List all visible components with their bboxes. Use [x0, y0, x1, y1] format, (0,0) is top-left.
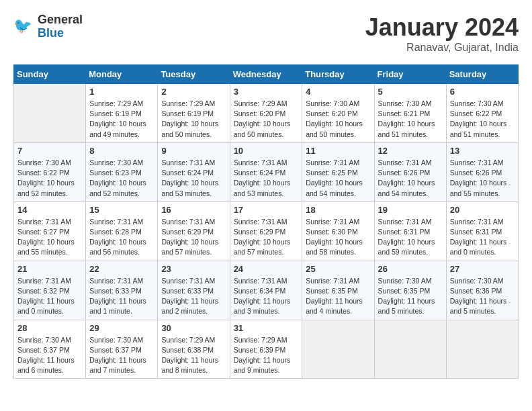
day-number: 1: [89, 87, 154, 97]
day-number: 31: [234, 323, 299, 333]
day-number: 24: [234, 264, 299, 274]
day-info: Sunrise: 7:31 AM Sunset: 6:33 PM Dayligh…: [161, 276, 226, 317]
column-header-thursday: Thursday: [302, 65, 374, 84]
logo-text: General Blue: [38, 13, 83, 40]
column-header-sunday: Sunday: [14, 65, 86, 84]
day-info: Sunrise: 7:31 AM Sunset: 6:29 PM Dayligh…: [234, 217, 299, 258]
day-info: Sunrise: 7:29 AM Sunset: 6:38 PM Dayligh…: [161, 335, 226, 376]
day-info: Sunrise: 7:29 AM Sunset: 6:39 PM Dayligh…: [234, 335, 299, 376]
calendar-cell: 18Sunrise: 7:31 AM Sunset: 6:30 PM Dayli…: [302, 201, 374, 261]
calendar-cell: 1Sunrise: 7:29 AM Sunset: 6:19 PM Daylig…: [86, 84, 158, 143]
calendar-cell: 10Sunrise: 7:31 AM Sunset: 6:24 PM Dayli…: [230, 142, 302, 201]
calendar-cell: 6Sunrise: 7:30 AM Sunset: 6:22 PM Daylig…: [446, 84, 518, 143]
calendar-cell: 25Sunrise: 7:31 AM Sunset: 6:35 PM Dayli…: [302, 261, 374, 320]
calendar-cell: 20Sunrise: 7:31 AM Sunset: 6:31 PM Dayli…: [446, 201, 518, 261]
calendar-cell: 29Sunrise: 7:30 AM Sunset: 6:37 PM Dayli…: [86, 320, 158, 379]
calendar-cell: 28Sunrise: 7:30 AM Sunset: 6:37 PM Dayli…: [14, 320, 86, 379]
day-info: Sunrise: 7:31 AM Sunset: 6:32 PM Dayligh…: [17, 276, 82, 317]
calendar-cell: 11Sunrise: 7:31 AM Sunset: 6:25 PM Dayli…: [302, 142, 374, 201]
day-info: Sunrise: 7:30 AM Sunset: 6:37 PM Dayligh…: [17, 335, 82, 376]
calendar-cell: 2Sunrise: 7:29 AM Sunset: 6:19 PM Daylig…: [158, 84, 230, 143]
day-info: Sunrise: 7:30 AM Sunset: 6:23 PM Dayligh…: [89, 158, 154, 199]
week-row-3: 14Sunrise: 7:31 AM Sunset: 6:27 PM Dayli…: [14, 201, 519, 261]
day-info: Sunrise: 7:30 AM Sunset: 6:35 PM Dayligh…: [378, 276, 443, 317]
calendar-cell: [14, 84, 86, 143]
day-number: 16: [161, 205, 226, 215]
day-info: Sunrise: 7:31 AM Sunset: 6:24 PM Dayligh…: [234, 158, 299, 199]
day-info: Sunrise: 7:31 AM Sunset: 6:25 PM Dayligh…: [306, 158, 370, 199]
calendar-cell: 3Sunrise: 7:29 AM Sunset: 6:20 PM Daylig…: [230, 84, 302, 143]
day-info: Sunrise: 7:30 AM Sunset: 6:22 PM Dayligh…: [17, 158, 82, 199]
column-header-friday: Friday: [374, 65, 446, 84]
calendar-cell: 13Sunrise: 7:31 AM Sunset: 6:26 PM Dayli…: [446, 142, 518, 201]
day-info: Sunrise: 7:31 AM Sunset: 6:26 PM Dayligh…: [450, 158, 515, 199]
day-number: 29: [89, 323, 154, 333]
day-info: Sunrise: 7:30 AM Sunset: 6:22 PM Dayligh…: [450, 99, 515, 140]
day-number: 19: [378, 205, 443, 215]
calendar-cell: 9Sunrise: 7:31 AM Sunset: 6:24 PM Daylig…: [158, 142, 230, 201]
day-number: 17: [234, 205, 299, 215]
day-number: 4: [306, 87, 370, 97]
calendar-cell: 15Sunrise: 7:31 AM Sunset: 6:28 PM Dayli…: [86, 201, 158, 261]
week-row-4: 21Sunrise: 7:31 AM Sunset: 6:32 PM Dayli…: [14, 261, 519, 320]
calendar-cell: 21Sunrise: 7:31 AM Sunset: 6:32 PM Dayli…: [14, 261, 86, 320]
day-info: Sunrise: 7:29 AM Sunset: 6:19 PM Dayligh…: [89, 99, 154, 140]
calendar-cell: 27Sunrise: 7:30 AM Sunset: 6:36 PM Dayli…: [446, 261, 518, 320]
calendar-cell: 17Sunrise: 7:31 AM Sunset: 6:29 PM Dayli…: [230, 201, 302, 261]
svg-text:🐦: 🐦: [13, 17, 32, 35]
day-info: Sunrise: 7:29 AM Sunset: 6:19 PM Dayligh…: [161, 99, 226, 140]
column-header-monday: Monday: [86, 65, 158, 84]
day-number: 2: [161, 87, 226, 97]
calendar-cell: 4Sunrise: 7:30 AM Sunset: 6:20 PM Daylig…: [302, 84, 374, 143]
calendar-cell: [302, 320, 374, 379]
day-number: 15: [89, 205, 154, 215]
day-number: 25: [306, 264, 370, 274]
day-number: 23: [161, 264, 226, 274]
page-header: 🐦 General Blue January 2024 Ranavav, Guj…: [13, 13, 519, 54]
day-number: 5: [378, 87, 443, 97]
day-info: Sunrise: 7:31 AM Sunset: 6:29 PM Dayligh…: [161, 217, 226, 258]
week-row-5: 28Sunrise: 7:30 AM Sunset: 6:37 PM Dayli…: [14, 320, 519, 379]
day-info: Sunrise: 7:31 AM Sunset: 6:26 PM Dayligh…: [378, 158, 443, 199]
title-block: January 2024 Ranavav, Gujarat, India: [365, 13, 519, 54]
week-row-1: 1Sunrise: 7:29 AM Sunset: 6:19 PM Daylig…: [14, 84, 519, 143]
day-number: 27: [450, 264, 515, 274]
day-info: Sunrise: 7:31 AM Sunset: 6:35 PM Dayligh…: [306, 276, 370, 317]
logo-icon: 🐦: [13, 16, 35, 38]
day-info: Sunrise: 7:30 AM Sunset: 6:21 PM Dayligh…: [378, 99, 443, 140]
calendar-cell: 24Sunrise: 7:31 AM Sunset: 6:34 PM Dayli…: [230, 261, 302, 320]
day-number: 18: [306, 205, 370, 215]
day-number: 7: [17, 146, 82, 156]
calendar-cell: 7Sunrise: 7:30 AM Sunset: 6:22 PM Daylig…: [14, 142, 86, 201]
day-info: Sunrise: 7:31 AM Sunset: 6:28 PM Dayligh…: [89, 217, 154, 258]
column-header-saturday: Saturday: [446, 65, 518, 84]
calendar-cell: 5Sunrise: 7:30 AM Sunset: 6:21 PM Daylig…: [374, 84, 446, 143]
calendar-cell: 22Sunrise: 7:31 AM Sunset: 6:33 PM Dayli…: [86, 261, 158, 320]
day-number: 22: [89, 264, 154, 274]
day-info: Sunrise: 7:31 AM Sunset: 6:24 PM Dayligh…: [161, 158, 226, 199]
calendar-cell: 23Sunrise: 7:31 AM Sunset: 6:33 PM Dayli…: [158, 261, 230, 320]
day-info: Sunrise: 7:30 AM Sunset: 6:37 PM Dayligh…: [89, 335, 154, 376]
calendar-header: SundayMondayTuesdayWednesdayThursdayFrid…: [14, 65, 519, 84]
day-info: Sunrise: 7:31 AM Sunset: 6:34 PM Dayligh…: [234, 276, 299, 317]
week-row-2: 7Sunrise: 7:30 AM Sunset: 6:22 PM Daylig…: [14, 142, 519, 201]
column-header-wednesday: Wednesday: [230, 65, 302, 84]
day-number: 26: [378, 264, 443, 274]
day-info: Sunrise: 7:31 AM Sunset: 6:30 PM Dayligh…: [306, 217, 370, 258]
calendar-cell: 16Sunrise: 7:31 AM Sunset: 6:29 PM Dayli…: [158, 201, 230, 261]
day-number: 6: [450, 87, 515, 97]
calendar-cell: 19Sunrise: 7:31 AM Sunset: 6:31 PM Dayli…: [374, 201, 446, 261]
day-info: Sunrise: 7:30 AM Sunset: 6:20 PM Dayligh…: [306, 99, 370, 140]
day-info: Sunrise: 7:29 AM Sunset: 6:20 PM Dayligh…: [234, 99, 299, 140]
day-info: Sunrise: 7:31 AM Sunset: 6:31 PM Dayligh…: [450, 217, 515, 258]
logo: 🐦 General Blue: [13, 13, 83, 40]
calendar-body: 1Sunrise: 7:29 AM Sunset: 6:19 PM Daylig…: [14, 84, 519, 379]
day-number: 30: [161, 323, 226, 333]
day-number: 28: [17, 323, 82, 333]
day-info: Sunrise: 7:31 AM Sunset: 6:33 PM Dayligh…: [89, 276, 154, 317]
calendar-cell: [446, 320, 518, 379]
day-info: Sunrise: 7:31 AM Sunset: 6:31 PM Dayligh…: [378, 217, 443, 258]
calendar-cell: 14Sunrise: 7:31 AM Sunset: 6:27 PM Dayli…: [14, 201, 86, 261]
day-number: 21: [17, 264, 82, 274]
calendar-table: SundayMondayTuesdayWednesdayThursdayFrid…: [13, 64, 519, 379]
